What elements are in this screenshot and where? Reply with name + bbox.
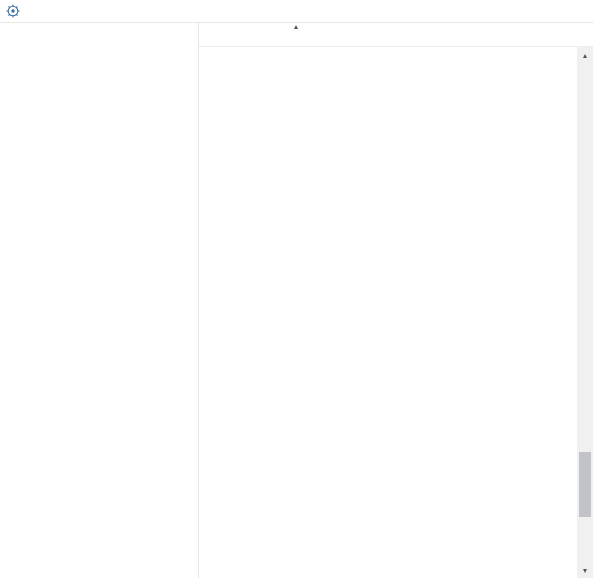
vertical-scrollbar[interactable]: ▴ ▾: [577, 47, 593, 578]
title-bar: [0, 0, 593, 23]
detail-pane: [0, 23, 199, 578]
column-headers: ▴: [199, 23, 593, 47]
column-description[interactable]: [394, 23, 479, 46]
services-icon: [6, 4, 20, 19]
sort-caret-icon: ▴: [294, 23, 298, 31]
scroll-track[interactable]: [577, 63, 593, 562]
scroll-up-icon[interactable]: ▴: [577, 47, 593, 63]
scroll-down-icon[interactable]: ▾: [577, 562, 593, 578]
column-name[interactable]: ▴: [199, 23, 394, 46]
column-startup[interactable]: [539, 23, 593, 46]
column-status[interactable]: [479, 23, 539, 46]
list-pane: ▴ ▴ ▾ ▶: [199, 23, 593, 578]
service-rows: [199, 47, 593, 578]
scroll-thumb[interactable]: [579, 452, 591, 517]
